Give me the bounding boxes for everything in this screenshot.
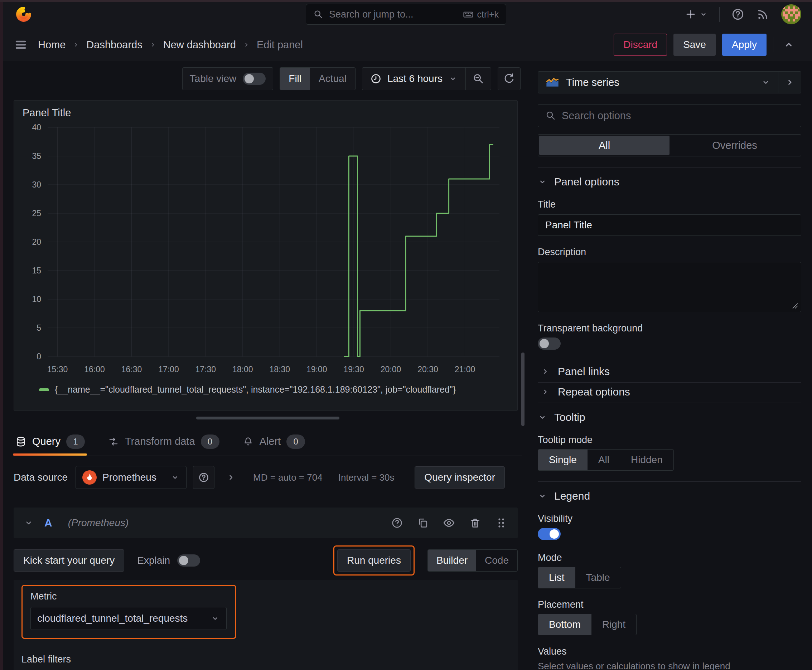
alert-count-badge: 0 (286, 435, 305, 449)
search-icon (313, 9, 323, 19)
chevron-down-icon (448, 74, 458, 83)
repeat-options-header[interactable]: Repeat options (538, 382, 801, 401)
query-row-header[interactable]: A (Prometheus) (14, 508, 518, 538)
svg-text:18:00: 18:00 (232, 365, 253, 374)
search-input[interactable] (329, 9, 457, 20)
save-button[interactable]: Save (673, 34, 716, 56)
zoom-out-button[interactable] (465, 68, 491, 90)
clock-icon (370, 73, 381, 85)
search-shortcut: ctrl+k (463, 9, 499, 20)
tab-transform-data[interactable]: Transform data 0 (108, 427, 219, 456)
chevron-right-icon (785, 77, 795, 88)
duplicate-icon[interactable] (417, 517, 429, 529)
legend-swatch (39, 388, 49, 391)
grafana-logo[interactable] (14, 4, 34, 25)
time-range-picker[interactable]: Last 6 hours (362, 68, 465, 90)
edit-pane: Table view Fill Actual Last 6 hours Pane… (3, 62, 522, 670)
code-option[interactable]: Code (476, 550, 517, 571)
title-input[interactable] (538, 214, 801, 236)
breadcrumb-dashboards[interactable]: Dashboards (86, 39, 142, 51)
tooltip-header[interactable]: Tooltip (538, 411, 801, 424)
options-search[interactable] (538, 104, 801, 127)
help-icon[interactable] (731, 7, 745, 21)
menu-icon[interactable] (14, 38, 27, 51)
panel-links-header[interactable]: Panel links (538, 362, 801, 381)
mode-table-option[interactable]: Table (575, 567, 621, 588)
discard-button[interactable]: Discard (614, 34, 667, 56)
svg-text:17:00: 17:00 (158, 365, 179, 374)
table-view-label: Table view (190, 73, 237, 85)
svg-text:15:30: 15:30 (47, 365, 68, 374)
breadcrumb-bar: Home Dashboards New dashboard Edit panel… (0, 29, 812, 61)
time-series-chart[interactable]: 051015202530354015:3016:0016:3017:0017:3… (22, 122, 509, 382)
legend-visibility-toggle[interactable] (538, 528, 561, 540)
legend-series-label[interactable]: {__name__="cloudflared_tunnel_total_requ… (55, 384, 456, 395)
actual-option[interactable]: Actual (310, 68, 355, 90)
collapse-header-button[interactable] (780, 39, 798, 51)
run-queries-button[interactable]: Run queries (337, 549, 411, 572)
fill-option[interactable]: Fill (280, 68, 310, 90)
window-edge-left (0, 0, 3, 670)
chevron-down-icon (699, 10, 708, 19)
visualization-picker[interactable]: Time series (538, 76, 778, 88)
query-datasource-hint: (Prometheus) (68, 517, 129, 529)
query-inspector-button[interactable]: Query inspector (415, 466, 505, 489)
tooltip-mode-label: Tooltip mode (538, 435, 801, 446)
datasource-help-button[interactable] (193, 466, 214, 489)
news-icon[interactable] (756, 7, 770, 21)
add-menu-button[interactable] (684, 8, 708, 21)
tab-all[interactable]: All (539, 135, 670, 155)
pane-resize-handle[interactable] (196, 416, 339, 420)
explain-toggle[interactable] (177, 554, 200, 567)
panel-options-header[interactable]: Panel options (538, 175, 801, 188)
table-view-toggle[interactable] (243, 73, 266, 85)
placement-right-option[interactable]: Right (592, 614, 636, 635)
tab-overrides[interactable]: Overrides (670, 135, 800, 155)
drag-handle-icon[interactable] (495, 516, 508, 530)
transparent-background-toggle[interactable] (538, 337, 561, 350)
legend-mode-label: Mode (538, 552, 801, 563)
apply-button[interactable]: Apply (722, 34, 766, 56)
search-icon (545, 110, 556, 121)
datasource-picker[interactable]: Prometheus (76, 466, 186, 489)
options-search-input[interactable] (562, 110, 794, 122)
legend-placement-switch: Bottom Right (538, 614, 637, 635)
collapse-query-icon[interactable] (24, 518, 34, 528)
help-icon[interactable] (391, 517, 403, 529)
delete-icon[interactable] (469, 517, 481, 529)
description-textarea[interactable] (538, 262, 801, 312)
tooltip-all-option[interactable]: All (588, 450, 620, 470)
refresh-button[interactable] (498, 67, 520, 90)
legend-header[interactable]: Legend (538, 490, 801, 503)
svg-text:15: 15 (32, 266, 41, 275)
metric-select[interactable]: cloudflared_tunnel_total_requests (31, 607, 227, 630)
chevron-down-icon (538, 413, 547, 422)
tab-query[interactable]: Query 1 (15, 427, 85, 456)
tooltip-single-option[interactable]: Single (538, 450, 588, 470)
tab-alert[interactable]: Alert 0 (242, 427, 305, 456)
visualization-name: Time series (566, 76, 619, 88)
tooltip-hidden-option[interactable]: Hidden (620, 450, 673, 470)
metric-value: cloudflared_tunnel_total_requests (37, 613, 188, 624)
breadcrumb-home[interactable]: Home (38, 39, 66, 51)
divider (538, 167, 801, 168)
chevron-right-icon[interactable] (226, 472, 236, 482)
plus-icon (684, 8, 697, 21)
placement-bottom-option[interactable]: Bottom (538, 614, 592, 635)
resize-corner-icon[interactable] (791, 302, 799, 310)
mode-list-option[interactable]: List (538, 567, 575, 588)
avatar[interactable] (781, 4, 801, 24)
scrollbar-thumb[interactable] (521, 352, 524, 426)
builder-option[interactable]: Builder (428, 550, 476, 571)
toggle-options-pane-button[interactable] (778, 71, 801, 93)
hide-query-icon[interactable] (442, 516, 455, 530)
zoom-out-icon (472, 73, 485, 85)
global-search[interactable]: ctrl+k (306, 4, 506, 25)
kick-start-button[interactable]: Kick start your query (14, 549, 124, 572)
datasource-name: Prometheus (102, 472, 156, 483)
breadcrumb-new-dashboard[interactable]: New dashboard (163, 39, 236, 51)
query-row-actions (391, 516, 508, 530)
chevron-down-icon (538, 491, 547, 501)
legend-values-label: Values (538, 646, 801, 657)
panel-toolbar: Table view Fill Actual Last 6 hours (14, 67, 522, 90)
